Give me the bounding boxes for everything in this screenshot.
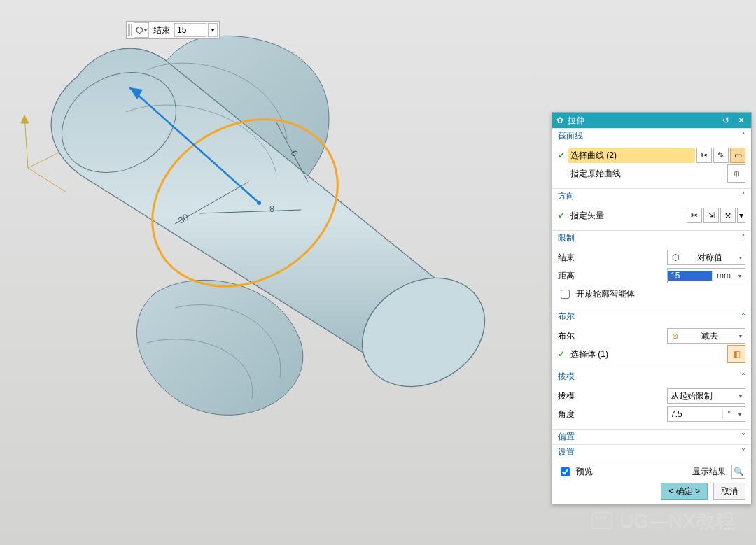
wechat-icon	[592, 512, 612, 529]
select-body-label: 选择体 (1)	[570, 348, 723, 360]
sketch-icon[interactable]: ✎	[713, 148, 729, 163]
wing-bottom	[136, 280, 302, 415]
angle-label: 角度	[558, 409, 663, 420]
svg-marker-1	[21, 115, 29, 123]
check-icon: ✓	[558, 211, 566, 220]
ok-button[interactable]: < 确定 >	[661, 483, 708, 500]
preview-checkbox[interactable]: 预览	[558, 465, 593, 479]
cube-icon: ⬡	[136, 25, 143, 35]
body-icon[interactable]: ◧	[727, 345, 746, 363]
chevron-up-icon: ˄	[741, 192, 746, 201]
extrude-panel: ✿ 拉伸 ↺ ✕ 截面线˄ ✓ 选择曲线 (2) ✂ ✎ ▭ 指定原始曲线 ⎅ …	[552, 112, 752, 504]
row-original-curve[interactable]: 指定原始曲线 ⎅	[558, 164, 746, 183]
angle-input[interactable]: 7.5 ° ▾	[667, 406, 746, 422]
chevron-up-icon: ˄	[741, 132, 746, 141]
vector-dropdown[interactable]: ▾	[737, 208, 746, 223]
section-header-curve[interactable]: 截面线˄	[552, 128, 751, 143]
gear-icon: ✿	[556, 115, 564, 125]
show-result-label: 显示结果	[692, 466, 726, 478]
chevron-down-icon: ▾	[739, 333, 742, 339]
rect-icon[interactable]: ▭	[730, 148, 746, 163]
grip-icon[interactable]	[128, 24, 132, 36]
magnifier-icon[interactable]: 🔍	[732, 465, 746, 479]
reset-icon[interactable]: ↺	[720, 115, 732, 126]
onscreen-end-label: 结束	[150, 24, 173, 36]
draft-select[interactable]: 从起始限制 ▾	[667, 388, 746, 404]
onscreen-end-value[interactable]	[174, 23, 206, 37]
chevron-up-icon: ˄	[741, 312, 746, 322]
open-profile-label: 开放轮廓智能体	[576, 288, 635, 300]
axis2-icon[interactable]: ⤧	[720, 208, 736, 223]
chevron-down-icon: ▾	[739, 255, 742, 261]
original-curve-button[interactable]: ⎅	[727, 164, 746, 183]
row-specify-vector[interactable]: ✓ 指定矢量 ✂ ⇲ ⤧ ▾	[558, 206, 746, 225]
onscreen-end-dropdown[interactable]: ▾	[208, 23, 218, 37]
check-icon: ✓	[558, 150, 566, 160]
angle-unit: °	[722, 409, 735, 419]
chevron-down-icon: ˅	[741, 448, 746, 458]
preview-label: 预览	[576, 466, 593, 478]
distance-unit: mm	[712, 271, 735, 281]
scissors-icon[interactable]: ✂	[687, 208, 702, 223]
section-header-settings[interactable]: 设置˅	[552, 444, 751, 460]
chevron-down-icon: ˅	[741, 432, 746, 442]
subtract-icon: ⦻	[671, 331, 680, 341]
svg-point-5	[257, 201, 261, 205]
specify-vector-label: 指定矢量	[570, 210, 682, 222]
original-curve-label: 指定原始曲线	[570, 168, 723, 180]
distance-input[interactable]: 15 mm ▾	[667, 268, 746, 283]
boolean-select[interactable]: ⦻ 减去 ▾	[667, 328, 746, 344]
close-icon[interactable]: ✕	[736, 115, 747, 126]
section-header-direction[interactable]: 方向˄	[552, 188, 751, 204]
panel-title-text: 拉伸	[568, 115, 584, 127]
angle-value: 7.5	[668, 409, 722, 419]
axis1-icon[interactable]: ⇲	[704, 208, 719, 223]
end-label: 结束	[558, 252, 663, 264]
draft-label: 拔模	[558, 390, 663, 402]
section-header-offset[interactable]: 偏置˅	[552, 429, 751, 444]
end-type-select[interactable]: ⬡ 对称值 ▾	[667, 250, 746, 265]
panel-titlebar[interactable]: ✿ 拉伸 ↺ ✕	[552, 113, 751, 128]
open-profile-checkbox[interactable]: 开放轮廓智能体	[558, 285, 746, 303]
dim-1: 8	[270, 204, 274, 214]
onscreen-input-toolbar: ⬡ 结束 ▾	[126, 21, 220, 39]
draft-value: 从起始限制	[671, 390, 713, 402]
watermark-text: UG—NX教程	[620, 507, 735, 534]
scissors-icon[interactable]: ✂	[696, 148, 712, 163]
end-type-value: 对称值	[697, 252, 722, 264]
chevron-down-icon: ▾	[739, 393, 742, 399]
boolean-label: 布尔	[558, 330, 663, 342]
cancel-button[interactable]: 取消	[713, 483, 746, 500]
check-icon: ✓	[558, 349, 566, 359]
section-header-draft[interactable]: 拔模˄	[552, 369, 751, 384]
row-select-body[interactable]: ✓ 选择体 (1) ◧	[558, 345, 746, 363]
distance-label: 距离	[558, 270, 663, 282]
section-header-limits[interactable]: 限制˄	[552, 230, 751, 246]
distance-value: 15	[668, 271, 712, 281]
row-select-curve[interactable]: ✓ 选择曲线 (2) ✂ ✎ ▭	[558, 146, 746, 164]
boolean-value: 减去	[701, 330, 718, 342]
chevron-up-icon: ˄	[741, 234, 746, 243]
chevron-up-icon: ˄	[741, 372, 746, 382]
cube-icon: ⬡	[671, 253, 680, 262]
chevron-down-icon: ▾	[735, 411, 745, 418]
section-header-boolean[interactable]: 布尔˄	[552, 309, 751, 324]
select-curve-label: 选择曲线 (2)	[568, 148, 695, 163]
watermark: UG—NX教程	[592, 507, 735, 534]
chevron-down-icon: ▾	[735, 273, 745, 279]
end-type-icon-dropdown[interactable]: ⬡	[134, 22, 149, 38]
